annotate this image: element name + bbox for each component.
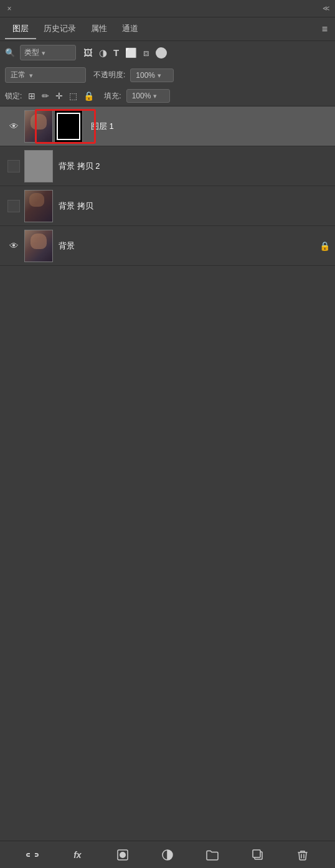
new-adjustment-button[interactable] [158, 845, 177, 865]
filter-type-select[interactable]: 类型 [20, 45, 76, 60]
lock-paint-icon[interactable]: ✏ [42, 91, 49, 101]
bg-name: 背景 [59, 240, 317, 252]
delete-layer-button[interactable] [293, 845, 313, 865]
fill-input[interactable]: 100% [126, 89, 170, 103]
bg-thumb-content [25, 230, 52, 262]
bg-copy2-thumbnail [24, 150, 53, 182]
tab-properties[interactable]: 属性 [83, 19, 115, 39]
bg-copy-thumbnail [24, 190, 53, 222]
tabs-row: 图层 历史记录 属性 通道 ≡ [0, 17, 335, 41]
mask-icon [117, 849, 128, 861]
bg-copy2-thumb-content [25, 151, 52, 182]
lock-move-icon[interactable]: ✛ [55, 91, 63, 101]
add-style-button[interactable]: fx [67, 845, 87, 865]
search-icon: 🔍 [5, 48, 15, 57]
tab-layers[interactable]: 图层 [5, 19, 36, 39]
opacity-chevron-icon [158, 71, 161, 80]
lock-transparent-icon[interactable]: ⊞ [28, 91, 35, 101]
filter-icons: 🖼 ◑ T ⬜ ⧈ [83, 47, 167, 59]
bg-thumb-col [22, 230, 55, 262]
filter-chevron-icon [42, 49, 45, 57]
opacity-input[interactable]: 100% [130, 68, 174, 82]
bg-thumbnail [24, 230, 53, 262]
lock-label: 锁定: [5, 91, 22, 101]
layers-list: 👁 图层 1 背景 拷贝 2 [0, 106, 335, 841]
new-group-button[interactable] [202, 845, 222, 865]
folder-icon [206, 849, 219, 861]
filter-adjustment-icon[interactable]: ◑ [99, 47, 107, 59]
trash-icon [297, 849, 308, 861]
fill-chevron-icon [153, 92, 157, 100]
eye-empty-bg-copy [7, 200, 20, 212]
tab-channels[interactable]: 通道 [115, 19, 146, 39]
blend-row: 正常 不透明度: 100% [0, 64, 335, 86]
collapse-icon[interactable]: ≪ [323, 4, 330, 12]
blend-chevron-icon [29, 71, 33, 80]
opacity-label: 不透明度: [93, 70, 125, 80]
lock-icons: ⊞ ✏ ✛ ⬚ 🔒 [28, 91, 94, 101]
title-bar: × ≪ [0, 0, 335, 17]
filter-smart-icon[interactable]: ⧈ [143, 47, 149, 59]
duplicate-icon [252, 849, 263, 861]
title-bar-left: × [5, 4, 16, 13]
layer1-name: 图层 1 [91, 121, 330, 132]
layer1-image-thumbnail [24, 110, 53, 143]
eye-empty-bg-copy2 [7, 160, 20, 172]
bg-visibility[interactable]: 👁 [5, 240, 22, 251]
layer-item-layer1[interactable]: 👁 图层 1 [0, 106, 335, 146]
filter-type-label: 类型 [24, 47, 39, 58]
add-mask-button[interactable] [113, 845, 133, 865]
bottom-toolbar: fx [0, 841, 335, 868]
layer1-mask-thumbnail [54, 110, 83, 143]
layer-item-bg-copy[interactable]: 背景 拷贝 [0, 186, 335, 226]
link-layers-button[interactable] [22, 845, 42, 865]
tab-history[interactable]: 历史记录 [36, 19, 83, 39]
layer-item-bg[interactable]: 👁 背景 🔒 [0, 226, 335, 266]
bg-copy-thumb-col [22, 190, 55, 222]
filter-text-icon[interactable]: T [113, 47, 119, 58]
duplicate-layer-button[interactable] [248, 845, 268, 865]
close-icon: × [7, 4, 11, 13]
title-bar-right: ≪ [323, 4, 330, 12]
eye-icon-bg: 👁 [9, 240, 19, 251]
filter-row: 🔍 类型 🖼 ◑ T ⬜ ⧈ [0, 41, 335, 64]
layer1-thumb-col [22, 110, 85, 143]
eye-icon-layer1: 👁 [9, 121, 19, 131]
fill-label: 填充: [104, 91, 121, 101]
filter-image-icon[interactable]: 🖼 [83, 47, 93, 58]
opacity-value-text: 100% [136, 71, 155, 80]
bg-copy2-thumb-col [22, 150, 55, 182]
bg-lock-icon: 🔒 [319, 241, 330, 251]
lock-all-icon[interactable]: 🔒 [83, 91, 94, 101]
panel-menu-icon[interactable]: ≡ [319, 21, 330, 37]
bg-copy-thumb-content [25, 191, 52, 222]
bg-copy-visibility[interactable] [5, 200, 22, 212]
layer1-visibility[interactable]: 👁 [5, 121, 22, 131]
filter-color-icon[interactable] [156, 47, 167, 59]
svg-rect-4 [253, 850, 260, 857]
close-button[interactable]: × [5, 4, 14, 13]
svg-point-1 [120, 852, 126, 858]
fx-icon: fx [73, 850, 81, 860]
bg-copy2-visibility[interactable] [5, 160, 22, 172]
lock-row: 锁定: ⊞ ✏ ✛ ⬚ 🔒 填充: 100% [0, 86, 335, 106]
lock-artboard-icon[interactable]: ⬚ [69, 91, 77, 101]
bg-copy2-name: 背景 拷贝 2 [59, 161, 330, 172]
fill-value-text: 100% [132, 92, 151, 100]
link-icon [26, 850, 39, 860]
blend-mode-select[interactable]: 正常 [5, 67, 86, 83]
bg-copy-name: 背景 拷贝 [59, 200, 330, 212]
adjustment-icon [162, 849, 173, 861]
layers-panel: × ≪ 图层 历史记录 属性 通道 ≡ 🔍 类型 🖼 ◑ T ⬜ ⧈ [0, 0, 335, 868]
blend-mode-label: 正常 [11, 70, 26, 80]
filter-shape-icon[interactable]: ⬜ [125, 47, 137, 59]
layer-item-bg-copy2[interactable]: 背景 拷贝 2 [0, 146, 335, 186]
